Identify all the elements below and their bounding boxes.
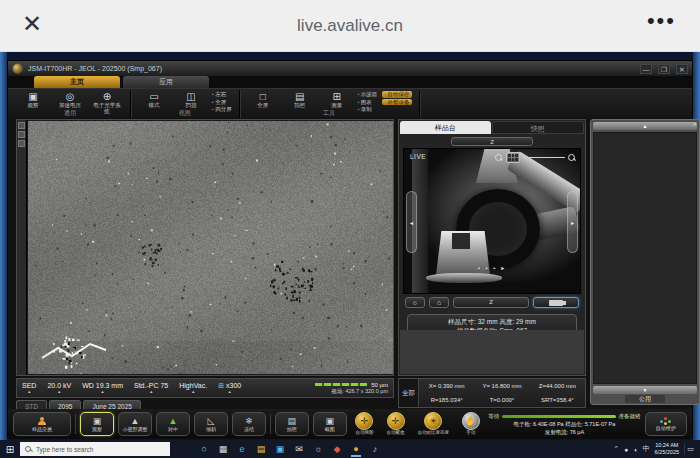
- tab-stage[interactable]: 样品台: [400, 121, 491, 134]
- vacuum-status[interactable]: HighVac.: [179, 382, 207, 394]
- tray-ime-icon[interactable]: 中: [643, 444, 650, 454]
- stage-t: T=0.000°: [474, 393, 529, 407]
- settings-button[interactable]: ☼: [405, 297, 425, 308]
- notification-center-icon[interactable]: ▭: [684, 443, 696, 455]
- dock-small-fov-label: 小视野调整: [122, 426, 147, 432]
- hv-button[interactable]: ◎ 加速电压: [54, 91, 86, 108]
- sem-side-button[interactable]: [18, 140, 25, 147]
- pan-right-button[interactable]: ▸: [567, 191, 578, 253]
- sem-app-taskbar-icon[interactable]: ●: [350, 441, 362, 457]
- zoom-in-icon[interactable]: [568, 154, 576, 162]
- chart-button[interactable]: 图表: [358, 99, 378, 106]
- manual-mode-button[interactable]: ✋ 手动: [457, 412, 484, 436]
- close-icon[interactable]: ✕: [22, 10, 42, 38]
- tab-snapshot[interactable]: 快照: [492, 121, 585, 134]
- windows-taskbar: ⊞ Type here to search ○ ▦ e ▤ ▣ ✉ ☼ ◆ ● …: [0, 440, 700, 458]
- dock-photo-label: 拍照: [287, 426, 297, 432]
- settings-icon[interactable]: ☼: [312, 441, 324, 457]
- magnification-status[interactable]: ⊞ x300: [218, 382, 241, 394]
- dock-photo-button[interactable]: ▤ 拍照: [275, 412, 309, 436]
- full-icon: □: [247, 91, 279, 102]
- app-title: JSM-IT700HR - JEOL - 202500 (Smp_067): [28, 65, 162, 72]
- photoshop-icon[interactable]: ◆: [331, 441, 343, 457]
- gallery-scroll-down[interactable]: ▼: [593, 386, 697, 394]
- scan-button[interactable]: ◫ 扫描: [175, 91, 207, 108]
- detector-status[interactable]: SED: [22, 382, 36, 394]
- system-tray: ⌃ ● ◖ 中 10:24 AM 6/25/2025 ▭: [613, 442, 700, 456]
- mode-button[interactable]: ▭ 模式: [138, 91, 170, 108]
- camera-button[interactable]: [533, 297, 579, 308]
- minimize-button[interactable]: —: [640, 64, 652, 74]
- file-explorer-icon[interactable]: ▤: [255, 441, 267, 457]
- gallery-close-icon[interactable]: ✕: [693, 121, 697, 127]
- external-device-button[interactable]: 外部设备: [382, 99, 411, 106]
- tab-home[interactable]: 主页: [34, 76, 120, 88]
- dock-tilt-button[interactable]: ◺ 倾斜: [194, 412, 228, 436]
- auto-maintenance-label: 自动维护: [656, 425, 676, 431]
- pan-left-button[interactable]: ◂: [406, 191, 417, 253]
- close-window-button[interactable]: ✕: [676, 64, 688, 74]
- z-move-button[interactable]: Z: [453, 297, 529, 308]
- home-button[interactable]: ⌂: [429, 297, 449, 308]
- auto-focus-button[interactable]: ✛ 自动聚焦: [382, 412, 409, 436]
- auto-contrast-brightness-button[interactable]: ☀ 自动对比度亮度: [413, 412, 453, 436]
- tray-status-icon[interactable]: ●: [624, 446, 628, 453]
- specimen-stage-base: [426, 273, 502, 283]
- sem-side-button[interactable]: [18, 131, 25, 138]
- dock-snapshot-button[interactable]: ▣ 截图: [313, 412, 347, 436]
- photo-button[interactable]: ▤ 拍照: [284, 91, 316, 108]
- measure-icon: ⊞: [321, 91, 353, 102]
- gallery-list[interactable]: [593, 132, 697, 384]
- dock-small-fov-button[interactable]: ▲ 小视野调整: [118, 412, 152, 436]
- specimen-exchange-button[interactable]: 样品交换: [13, 412, 71, 436]
- auto-maintenance-button[interactable]: 自动维护: [645, 412, 687, 436]
- cortana-icon[interactable]: ○: [198, 441, 210, 457]
- photo-label: 拍照: [284, 102, 316, 108]
- ribbon-group-view: ▭ 模式 ◫ 扫描 左右 全屏 四分屏 视图: [131, 90, 240, 118]
- ribbon-group-general: ▣ 观察 ◎ 加速电压 ⊕ 电子光学系统 通用: [10, 90, 131, 118]
- split-lr-button[interactable]: 左右: [212, 91, 232, 98]
- app-logo-icon: [12, 63, 23, 74]
- mail-icon[interactable]: ✉: [293, 441, 305, 457]
- zoom-slider[interactable]: [523, 157, 565, 158]
- zoom-out-icon[interactable]: [495, 154, 503, 162]
- dock-snapshot-icon: ▣: [326, 416, 335, 426]
- sem-micrograph[interactable]: [28, 121, 393, 374]
- store-icon[interactable]: ▣: [274, 441, 286, 457]
- probe-current-status[interactable]: Std.-PC 75: [134, 382, 168, 394]
- more-menu-icon[interactable]: •••: [647, 8, 676, 34]
- auto-view-button[interactable]: ✛ 自动视图: [351, 412, 378, 436]
- gallery-scroll-up[interactable]: ▲: [593, 122, 697, 130]
- autosave-button[interactable]: 自动保存: [382, 91, 411, 98]
- tray-volume-icon[interactable]: ◖: [633, 446, 637, 453]
- wd-status[interactable]: WD 19.3 mm: [82, 382, 123, 394]
- dock-centering-button[interactable]: ▲ 对中: [156, 412, 190, 436]
- hv-status[interactable]: 20.0 kV: [47, 382, 71, 394]
- task-view-icon[interactable]: ▦: [217, 441, 229, 457]
- taskbar-search-input[interactable]: Type here to search: [20, 442, 170, 456]
- tray-chevron-icon[interactable]: ⌃: [613, 445, 619, 453]
- magnification-value: x300: [226, 382, 241, 390]
- start-button[interactable]: ⊞: [0, 444, 20, 455]
- sem-status-bar: SED 20.0 kV WD 19.3 mm Std.-PC 75 HighVa…: [16, 378, 394, 398]
- auto-focus-icon: ✛: [387, 412, 405, 430]
- dock-divider: [270, 414, 271, 434]
- fullscreen-button[interactable]: 全屏: [212, 99, 232, 106]
- taskbar-clock[interactable]: 10:24 AM 6/25/2025: [655, 442, 679, 456]
- sem-side-button[interactable]: [18, 122, 25, 129]
- app-titlebar[interactable]: JSM-IT700HR - JEOL - 202500 (Smp_067) — …: [8, 61, 692, 76]
- chamber-camera-view[interactable]: LIVE ◂ ▸ • • • ▸: [403, 148, 581, 294]
- full-button[interactable]: □ 全屏: [247, 91, 279, 108]
- coords-group-label[interactable]: 全部: [399, 379, 419, 407]
- z-axis-dropdown[interactable]: Z: [451, 137, 533, 146]
- dock-observe-button[interactable]: ▣ 观察: [80, 412, 114, 436]
- tab-apps[interactable]: 应用: [123, 76, 209, 88]
- audio-app-icon[interactable]: ♪: [369, 441, 381, 457]
- oscilloscope-button[interactable]: 示波器: [358, 91, 378, 98]
- maximize-button[interactable]: ❐: [658, 64, 670, 74]
- dock-freeze-button[interactable]: ❄ 冻结: [232, 412, 266, 436]
- grid-toggle-button[interactable]: [506, 152, 520, 163]
- measure-button[interactable]: ⊞ 测量: [321, 91, 353, 108]
- observe-button[interactable]: ▣ 观察: [17, 91, 49, 108]
- edge-icon[interactable]: e: [236, 441, 248, 457]
